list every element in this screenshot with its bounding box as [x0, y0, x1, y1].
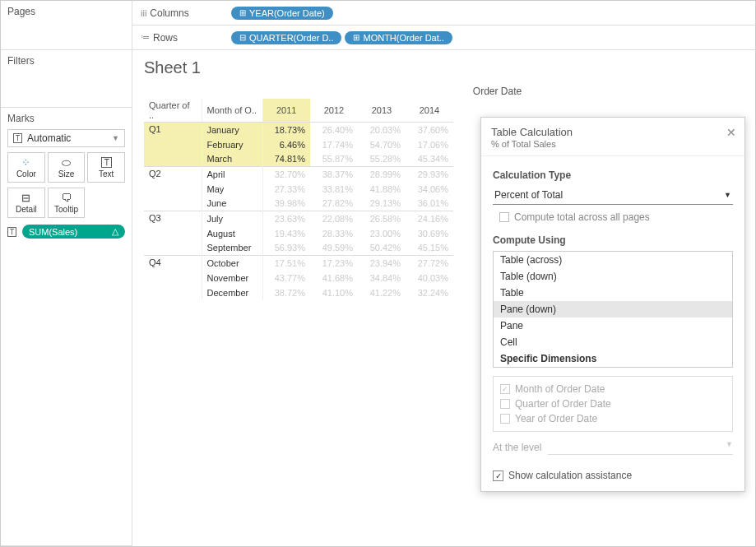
value-cell[interactable]: 33.81%	[310, 182, 358, 197]
compute-option[interactable]: Specific Dimensions	[494, 350, 732, 367]
quarter-cell[interactable]: Q4	[144, 256, 202, 271]
month-cell[interactable]: January	[202, 123, 262, 137]
value-cell[interactable]: 37.60%	[406, 123, 453, 137]
value-cell[interactable]: 45.15%	[406, 241, 453, 256]
value-cell[interactable]: 41.22%	[358, 285, 406, 300]
value-cell[interactable]: 50.42%	[358, 241, 406, 256]
column-header[interactable]: 2014	[406, 99, 453, 123]
value-cell[interactable]: 17.51%	[262, 256, 310, 271]
quarter-pill[interactable]: ⊟QUARTER(Order D..	[231, 31, 341, 44]
month-cell[interactable]: August	[202, 226, 262, 241]
text-button[interactable]: 🅃Text	[87, 152, 125, 183]
value-cell[interactable]: 29.93%	[406, 167, 453, 182]
mark-type-select[interactable]: 🅃 Automatic ▼	[7, 129, 125, 147]
month-cell[interactable]: June	[202, 197, 262, 211]
column-header[interactable]: Quarter of ..	[144, 99, 202, 123]
value-cell[interactable]: 27.72%	[406, 256, 453, 271]
column-header[interactable]: 2012	[310, 99, 358, 123]
quarter-cell[interactable]: Q2	[144, 167, 202, 182]
quarter-cell[interactable]	[144, 137, 202, 152]
column-header[interactable]: 2011	[262, 99, 310, 123]
value-cell[interactable]: 27.33%	[262, 182, 310, 197]
value-cell[interactable]: 43.77%	[262, 271, 310, 285]
sum-sales-pill[interactable]: SUM(Sales) △	[22, 225, 125, 239]
color-button[interactable]: ⁘Color	[7, 152, 45, 183]
value-cell[interactable]: 32.70%	[262, 167, 310, 182]
quarter-cell[interactable]	[144, 182, 202, 197]
quarter-cell[interactable]	[144, 226, 202, 241]
value-cell[interactable]: 45.34%	[406, 152, 453, 167]
column-header[interactable]: 2013	[358, 99, 406, 123]
quarter-cell[interactable]	[144, 271, 202, 285]
tooltip-button[interactable]: 🗨Tooltip	[48, 188, 86, 218]
columns-shelf[interactable]: iiiColumns ⊞YEAR(Order Date)	[132, 1, 755, 25]
value-cell[interactable]: 38.37%	[310, 167, 358, 182]
value-cell[interactable]: 41.88%	[358, 182, 406, 197]
value-cell[interactable]: 54.70%	[358, 137, 406, 152]
year-pill[interactable]: ⊞YEAR(Order Date)	[231, 7, 333, 20]
value-cell[interactable]: 26.58%	[358, 211, 406, 226]
month-cell[interactable]: April	[202, 167, 262, 182]
compute-total-checkbox[interactable]: Compute total across all pages	[499, 211, 733, 223]
quarter-cell[interactable]: Q1	[144, 123, 202, 137]
month-pill[interactable]: ⊞MONTH(Order Dat..	[345, 31, 452, 44]
value-cell[interactable]: 29.13%	[358, 197, 406, 211]
value-cell[interactable]: 41.68%	[310, 271, 358, 285]
value-cell[interactable]: 22.08%	[310, 211, 358, 226]
value-cell[interactable]: 34.84%	[358, 271, 406, 285]
value-cell[interactable]: 40.03%	[406, 271, 453, 285]
value-cell[interactable]: 74.81%	[262, 152, 310, 167]
value-cell[interactable]: 55.28%	[358, 152, 406, 167]
compute-option[interactable]: Table	[494, 285, 732, 301]
quarter-cell[interactable]	[144, 241, 202, 256]
value-cell[interactable]: 38.72%	[262, 285, 310, 300]
month-cell[interactable]: December	[202, 285, 262, 300]
value-cell[interactable]: 28.33%	[310, 226, 358, 241]
month-cell[interactable]: February	[202, 137, 262, 152]
value-cell[interactable]: 23.94%	[358, 256, 406, 271]
value-cell[interactable]: 23.63%	[262, 211, 310, 226]
quarter-cell[interactable]	[144, 152, 202, 167]
month-cell[interactable]: October	[202, 256, 262, 271]
quarter-cell[interactable]: Q3	[144, 211, 202, 226]
value-cell[interactable]: 18.73%	[262, 123, 310, 137]
value-cell[interactable]: 24.16%	[406, 211, 453, 226]
value-cell[interactable]: 17.23%	[310, 256, 358, 271]
value-cell[interactable]: 6.46%	[262, 137, 310, 152]
value-cell[interactable]: 28.99%	[358, 167, 406, 182]
value-cell[interactable]: 30.69%	[406, 226, 453, 241]
month-cell[interactable]: May	[202, 182, 262, 197]
close-icon[interactable]: ✕	[726, 126, 736, 139]
size-button[interactable]: ⬭Size	[48, 152, 86, 183]
value-cell[interactable]: 17.06%	[406, 137, 453, 152]
value-cell[interactable]: 23.00%	[358, 226, 406, 241]
value-cell[interactable]: 34.06%	[406, 182, 453, 197]
value-cell[interactable]: 26.40%	[310, 123, 358, 137]
value-cell[interactable]: 17.74%	[310, 137, 358, 152]
value-cell[interactable]: 55.87%	[310, 152, 358, 167]
compute-option[interactable]: Pane	[494, 318, 732, 334]
value-cell[interactable]: 32.24%	[406, 285, 453, 300]
value-cell[interactable]: 19.43%	[262, 226, 310, 241]
value-cell[interactable]: 27.82%	[310, 197, 358, 211]
value-cell[interactable]: 39.98%	[262, 197, 310, 211]
compute-option[interactable]: Table (across)	[494, 252, 732, 268]
quarter-cell[interactable]	[144, 285, 202, 300]
rows-shelf[interactable]: ≔Rows ⊟QUARTER(Order D.. ⊞MONTH(Order Da…	[132, 25, 755, 50]
detail-button[interactable]: ⊟Detail	[7, 188, 45, 218]
quarter-cell[interactable]	[144, 197, 202, 211]
compute-option[interactable]: Pane (down)	[494, 301, 732, 318]
value-cell[interactable]: 20.03%	[358, 123, 406, 137]
value-cell[interactable]: 41.10%	[310, 285, 358, 300]
month-cell[interactable]: July	[202, 211, 262, 226]
value-cell[interactable]: 36.01%	[406, 197, 453, 211]
value-cell[interactable]: 56.93%	[262, 241, 310, 256]
column-header[interactable]: Month of O..	[202, 99, 262, 123]
month-cell[interactable]: November	[202, 271, 262, 285]
compute-option[interactable]: Cell	[494, 334, 732, 350]
compute-option[interactable]: Table (down)	[494, 268, 732, 285]
month-cell[interactable]: March	[202, 152, 262, 167]
month-cell[interactable]: September	[202, 241, 262, 256]
value-cell[interactable]: 49.59%	[310, 241, 358, 256]
show-assist-checkbox[interactable]: ✓ Show calculation assistance	[493, 470, 733, 481]
